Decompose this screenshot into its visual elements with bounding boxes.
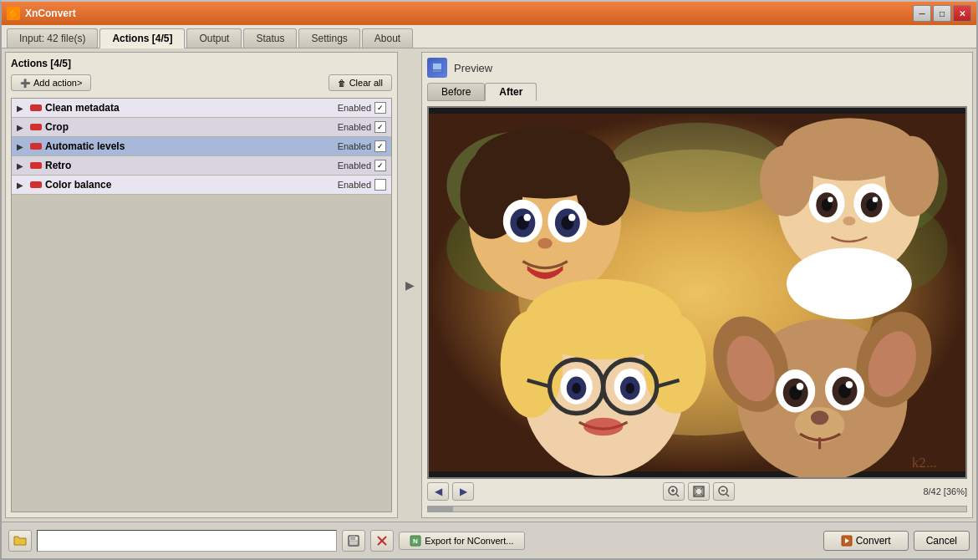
add-action-button[interactable]: ➕ Add action> (11, 74, 91, 91)
expand-arrow-crop[interactable]: ▶ (17, 123, 27, 132)
action-row-retro[interactable]: ▶ Retro Enabled ✓ (12, 156, 391, 176)
delete-clean-metadata-icon[interactable] (30, 104, 42, 111)
tab-input[interactable]: Input: 42 file(s) (7, 28, 98, 48)
zoom-out-icon (718, 486, 730, 497)
title-bar: 🔶 XnConvert ─ □ ✕ (2, 2, 976, 25)
delete-automatic-levels-icon[interactable] (30, 143, 42, 150)
main-window: 🔶 XnConvert ─ □ ✕ Input: 42 file(s) Acti… (0, 0, 978, 560)
action-checkbox-color-balance[interactable] (374, 179, 386, 191)
scrollbar-thumb[interactable] (428, 507, 453, 512)
preview-tab-before[interactable]: Before (427, 83, 485, 101)
minimize-button[interactable]: ─ (913, 5, 931, 22)
preview-counter: 8/42 [36%] (923, 486, 967, 496)
zoom-in-button[interactable] (663, 482, 685, 501)
delete-color-balance-icon[interactable] (30, 181, 42, 188)
convert-label: Convert (856, 535, 891, 547)
action-checkbox-automatic-levels[interactable]: ✓ (374, 140, 386, 152)
svg-line-70 (676, 494, 679, 496)
actions-list: ▶ Clean metadata Enabled ✓ ▶ Crop Enable… (11, 98, 392, 512)
svg-text:N: N (413, 537, 418, 545)
expand-arrow-clean-metadata[interactable]: ▶ (17, 104, 27, 113)
preview-panel: Preview Before After (421, 52, 973, 518)
tab-actions[interactable]: Actions [4/5] (99, 28, 185, 48)
action-status-crop: Enabled (338, 122, 371, 132)
svg-rect-1 (433, 64, 441, 69)
cancel-button[interactable]: Cancel (914, 531, 970, 551)
preview-scrollbar[interactable] (427, 506, 967, 512)
action-row-crop[interactable]: ▶ Crop Enabled ✓ (12, 118, 391, 137)
action-status-clean-metadata: Enabled (338, 103, 371, 113)
preview-header: Preview (427, 58, 967, 78)
expand-arrow-retro[interactable]: ▶ (17, 161, 27, 171)
tabs-bar: Input: 42 file(s) Actions [4/5] Output S… (2, 25, 976, 48)
delete-retro-icon[interactable] (30, 162, 42, 169)
svg-point-26 (760, 145, 813, 216)
preview-tab-after[interactable]: After (485, 83, 537, 101)
tab-about[interactable]: About (362, 28, 413, 48)
next-image-button[interactable]: ▶ (452, 482, 474, 501)
clear-all-button[interactable]: 🗑 Clear all (329, 74, 392, 91)
action-name-crop: Crop (45, 121, 338, 133)
clear-all-label: Clear all (349, 78, 383, 88)
tab-settings[interactable]: Settings (298, 28, 359, 48)
actions-panel-title: Actions [4/5] (11, 58, 392, 69)
zoom-in-icon (668, 486, 680, 497)
folder-icon (13, 535, 27, 547)
open-folder-button[interactable] (8, 530, 32, 552)
svg-text:k2...: k2... (912, 455, 937, 471)
cancel-label: Cancel (926, 535, 957, 547)
preview-title: Preview (454, 62, 492, 74)
svg-point-64 (797, 383, 804, 390)
action-status-color-balance: Enabled (338, 180, 371, 190)
svg-point-20 (523, 214, 531, 221)
close-button[interactable]: ✕ (953, 5, 971, 22)
svg-point-22 (538, 238, 553, 249)
action-name-clean-metadata: Clean metadata (45, 102, 338, 114)
maximize-button[interactable]: □ (933, 5, 951, 22)
export-label: Export for NConvert... (425, 536, 513, 546)
bottom-bar: N Export for NConvert... Convert Cancel (2, 522, 976, 558)
tab-status[interactable]: Status (243, 28, 297, 48)
svg-rect-83 (350, 536, 355, 540)
svg-point-50 (572, 383, 581, 394)
action-row-color-balance[interactable]: ▶ Color balance Enabled (12, 176, 391, 195)
delete-crop-icon[interactable] (30, 124, 42, 130)
preview-image: k2... (429, 108, 965, 477)
window-title: XnConvert (25, 8, 76, 19)
main-content: Actions [4/5] ➕ Add action> 🗑 Clear all … (2, 48, 976, 522)
action-status-automatic-levels: Enabled (338, 141, 371, 151)
convert-button[interactable]: Convert (823, 531, 909, 551)
svg-point-27 (787, 248, 912, 320)
prev-image-button[interactable]: ◀ (427, 482, 449, 501)
action-checkbox-crop[interactable]: ✓ (374, 121, 386, 133)
action-checkbox-clean-metadata[interactable]: ✓ (374, 102, 386, 114)
action-row-automatic-levels[interactable]: ▶ Automatic levels Enabled ✓ (12, 137, 391, 156)
preview-icon (427, 58, 447, 78)
svg-point-51 (625, 383, 634, 394)
delete-button[interactable] (370, 530, 394, 552)
svg-point-21 (568, 214, 576, 221)
svg-point-65 (846, 381, 853, 389)
export-nconvert-button[interactable]: N Export for NConvert... (399, 532, 524, 550)
save-profile-button[interactable] (342, 530, 365, 552)
svg-point-67 (811, 410, 828, 425)
svg-point-25 (885, 136, 939, 216)
action-checkbox-retro[interactable]: ✓ (374, 160, 386, 171)
zoom-out-button[interactable] (713, 482, 735, 501)
action-status-retro: Enabled (338, 160, 371, 171)
svg-point-34 (828, 197, 833, 202)
svg-rect-84 (349, 541, 358, 545)
delete-icon (376, 535, 388, 547)
output-path-input[interactable] (37, 530, 337, 552)
actions-toolbar: ➕ Add action> 🗑 Clear all (11, 74, 392, 91)
tab-output[interactable]: Output (186, 28, 242, 48)
actions-panel: Actions [4/5] ➕ Add action> 🗑 Clear all … (5, 52, 398, 518)
svg-rect-2 (433, 70, 441, 72)
expand-arrow-automatic-levels[interactable]: ▶ (17, 142, 27, 151)
expand-arrow-color-balance[interactable]: ▶ (17, 181, 27, 190)
window-controls: ─ □ ✕ (913, 5, 971, 22)
zoom-fit-button[interactable] (688, 482, 710, 501)
preview-tabs: Before After (427, 83, 967, 101)
action-row-clean-metadata[interactable]: ▶ Clean metadata Enabled ✓ (12, 99, 391, 118)
divider-arrow: ▶ (401, 52, 418, 518)
